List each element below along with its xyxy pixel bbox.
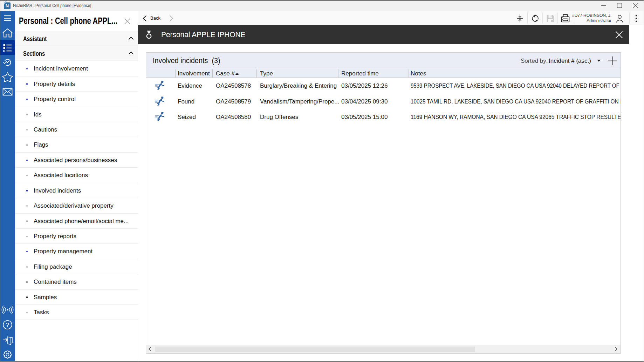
svg-text:?: ? [6,322,9,328]
